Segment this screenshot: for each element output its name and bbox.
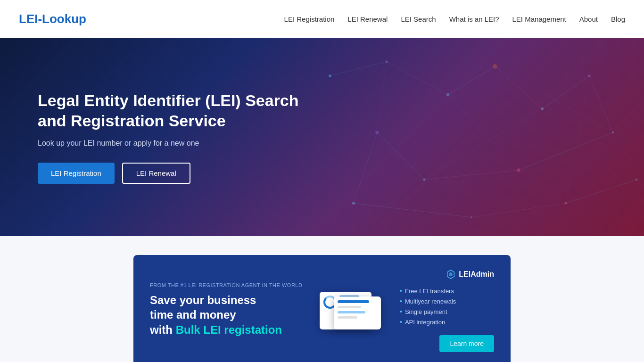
banner-headline-line1: Save your business	[150, 294, 256, 306]
banner-headline-prefix: with	[150, 323, 176, 336]
hero-subtitle: Look up your LEI number or apply for a n…	[38, 139, 311, 148]
feature-item-2: •Multiyear renewals	[400, 297, 494, 305]
svg-point-34	[375, 131, 379, 134]
svg-line-25	[471, 203, 566, 217]
nav-lei-renewal[interactable]: LEI Renewal	[347, 15, 388, 23]
nav-lei-management[interactable]: LEI Management	[512, 15, 566, 23]
banner-left: FROM THE #1 LEI REGISTRATION AGENT IN TH…	[150, 282, 315, 339]
svg-point-33	[517, 168, 520, 172]
svg-line-18	[542, 76, 589, 109]
svg-line-23	[354, 132, 377, 203]
banner-headline: Save your business time and money with B…	[150, 293, 315, 337]
banner-mockup-area	[315, 287, 390, 334]
svg-point-32	[493, 64, 497, 69]
header: LEI-Lookup LEI Registration LEI Renewal …	[0, 0, 644, 38]
nav-lei-registration[interactable]: LEI Registration	[284, 15, 335, 23]
svg-line-16	[448, 66, 495, 95]
banner-headline-line2: time and money	[150, 308, 236, 321]
nav-lei-search[interactable]: LEI Search	[401, 15, 436, 23]
site-logo[interactable]: LEI-Lookup	[19, 12, 86, 26]
lei-admin-icon	[446, 269, 456, 280]
banner-from-text: FROM THE #1 LEI REGISTRATION AGENT IN TH…	[150, 282, 315, 288]
banner-highlight: Bulk LEI registation	[176, 323, 282, 336]
svg-line-14	[330, 62, 387, 76]
banner-card: FROM THE #1 LEI REGISTRATION AGENT IN TH…	[133, 255, 511, 362]
hero-title: Legal Entity Identifier (LEI) Search and…	[38, 90, 311, 131]
hero-section: Legal Entity Identifier (LEI) Search and…	[0, 38, 644, 236]
svg-line-17	[495, 66, 542, 109]
svg-line-15	[387, 62, 448, 95]
banner-section: FROM THE #1 LEI REGISTRATION AGENT IN TH…	[0, 236, 644, 362]
svg-line-24	[354, 203, 471, 217]
hero-buttons: LEI Registration LEI Renewal	[38, 163, 311, 184]
nav-about[interactable]: About	[579, 15, 598, 23]
svg-line-22	[377, 132, 424, 180]
feature-item-1: •Free LEI transfers	[400, 287, 494, 295]
banner-logo-text: LEIAdmin	[459, 270, 494, 279]
nav-what-is-lei[interactable]: What is an LEI?	[449, 15, 499, 23]
learn-more-button[interactable]: Learn more	[439, 335, 494, 352]
feature-item-4: •API integration	[400, 318, 494, 326]
svg-line-21	[424, 170, 519, 180]
banner-logo-area: LEIAdmin	[400, 269, 494, 280]
feature-item-3: •Single payment	[400, 308, 494, 315]
banner-right: LEIAdmin •Free LEI transfers •Multiyear …	[390, 269, 494, 352]
svg-line-19	[589, 76, 613, 132]
banner-mockup	[320, 287, 386, 334]
svg-line-30	[424, 109, 542, 180]
svg-line-27	[448, 95, 519, 170]
svg-line-20	[519, 132, 613, 170]
svg-line-28	[495, 66, 613, 132]
hero-registration-button[interactable]: LEI Registration	[38, 163, 115, 184]
banner-features-list: •Free LEI transfers •Multiyear renewals …	[400, 287, 494, 326]
hero-content: Legal Entity Identifier (LEI) Search and…	[38, 90, 311, 184]
svg-line-29	[377, 62, 387, 132]
svg-line-26	[566, 180, 636, 203]
nav-blog[interactable]: Blog	[611, 15, 625, 23]
mockup-card-front	[334, 296, 381, 329]
hero-renewal-button[interactable]: LEI Renewal	[122, 163, 190, 184]
main-nav: LEI Registration LEI Renewal LEI Search …	[284, 15, 625, 23]
svg-line-31	[566, 76, 589, 203]
